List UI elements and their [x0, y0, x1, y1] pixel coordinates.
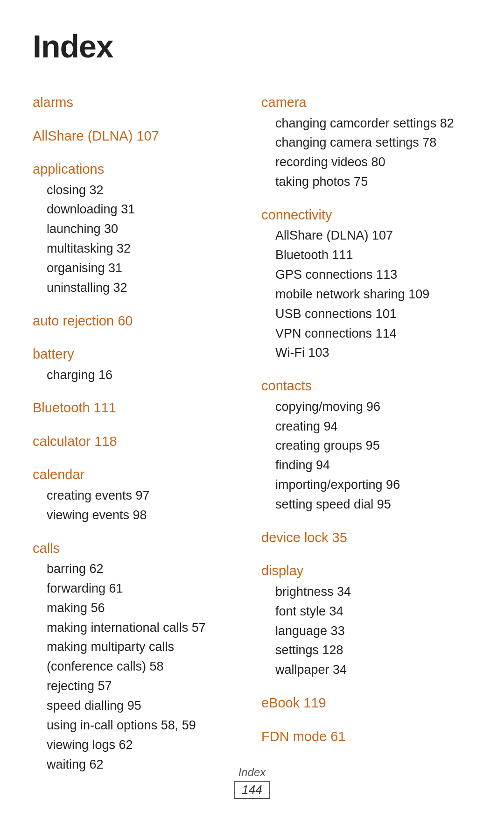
index-entry: USB connections 101: [261, 304, 471, 324]
index-entry: setting speed dial 95: [261, 495, 471, 515]
index-entry: language 33: [261, 622, 471, 641]
index-category-inline: Bluetooth 111: [33, 398, 243, 418]
index-category-inline: calculator 118: [33, 431, 243, 452]
index-entry: GPS connections 113: [261, 265, 471, 285]
index-category: alarms: [33, 92, 243, 113]
index-entry: Bluetooth 111: [261, 246, 471, 265]
index-entry: taking photos 75: [261, 172, 471, 192]
index-entry: speed dialling 95: [33, 696, 243, 716]
index-entry: making international calls 57: [33, 618, 243, 638]
index-entry: making multiparty calls (conference call…: [33, 637, 243, 677]
index-category-inline: AllShare (DLNA) 107: [33, 126, 243, 147]
left-column: alarmsAllShare (DLNA) 107applicationsclo…: [33, 92, 243, 774]
index-entry: font style 34: [261, 602, 471, 622]
index-entry: forwarding 61: [33, 579, 243, 599]
index-entry: VPN connections 114: [261, 324, 471, 344]
index-entry: barring 62: [33, 559, 243, 579]
index-category-inline: eBook 119: [261, 693, 471, 714]
index-category: battery: [33, 344, 243, 365]
right-column: camerachanging camcorder settings 82chan…: [261, 92, 471, 748]
index-category: display: [261, 561, 471, 581]
index-columns: alarmsAllShare (DLNA) 107applicationsclo…: [33, 92, 471, 774]
index-entry: charging 16: [33, 366, 243, 385]
index-entry: recording videos 80: [261, 153, 471, 172]
index-entry: brightness 34: [261, 582, 471, 602]
index-entry: multitasking 32: [33, 239, 243, 259]
index-entry: downloading 31: [33, 200, 243, 219]
index-category: connectivity: [261, 205, 471, 226]
index-entry: creating groups 95: [261, 436, 471, 456]
footer-label: Index: [0, 766, 504, 779]
index-entry: mobile network sharing 109: [261, 285, 471, 304]
index-category: calendar: [33, 465, 243, 485]
index-category-inline: device lock 35: [261, 528, 471, 548]
index-category-inline: auto rejection 60: [33, 311, 243, 332]
index-entry: uninstalling 32: [33, 278, 243, 298]
index-category: camera: [261, 92, 471, 113]
index-entry: making 56: [33, 599, 243, 618]
index-category-inline: FDN mode 61: [261, 727, 471, 747]
index-entry: creating events 97: [33, 486, 243, 506]
index-entry: wallpaper 34: [261, 660, 471, 680]
index-entry: organising 31: [33, 259, 243, 278]
index-entry: launching 30: [33, 219, 243, 239]
index-entry: viewing logs 62: [33, 735, 243, 755]
index-entry: viewing events 98: [33, 506, 243, 525]
index-category: contacts: [261, 376, 471, 396]
index-entry: importing/exporting 96: [261, 475, 471, 495]
footer-page-number: 144: [234, 781, 269, 799]
index-entry: copying/moving 96: [261, 397, 471, 417]
index-entry: changing camera settings 78: [261, 133, 471, 153]
index-category: applications: [33, 159, 243, 180]
page-footer: Index 144: [0, 766, 504, 799]
index-entry: finding 94: [261, 456, 471, 475]
index-entry: using in-call options 58, 59: [33, 716, 243, 735]
index-entry: settings 128: [261, 641, 471, 660]
index-entry: changing camcorder settings 82: [261, 114, 471, 134]
index-entry: closing 32: [33, 181, 243, 200]
index-entry: creating 94: [261, 417, 471, 437]
page-title: Index: [33, 28, 471, 64]
index-category: calls: [33, 538, 243, 559]
index-entry: AllShare (DLNA) 107: [261, 226, 471, 246]
index-entry: rejecting 57: [33, 677, 243, 696]
index-entry: Wi-Fi 103: [261, 343, 471, 363]
